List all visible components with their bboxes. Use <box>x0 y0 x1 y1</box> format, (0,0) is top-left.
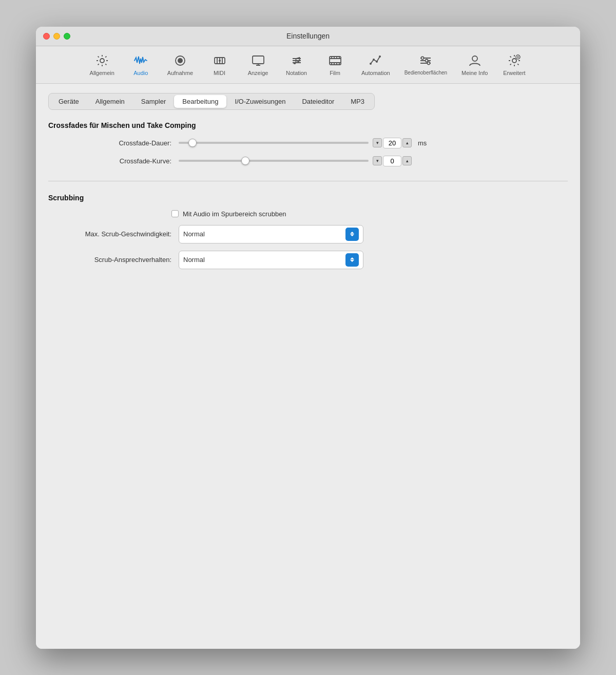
scrub-speed-select[interactable]: Normal <box>179 225 363 243</box>
toolbar-label-anzeige: Anzeige <box>248 70 268 76</box>
scrub-speed-row: Max. Scrub-Geschwindigkeit: Normal <box>48 225 568 243</box>
main-window: Einstellungen Allgemein Audio <box>36 27 580 649</box>
gear-icon <box>94 52 110 69</box>
toolbar-label-midi: MIDI <box>214 70 225 76</box>
crossfade-dauer-value: 20 <box>383 138 401 148</box>
fullscreen-button[interactable] <box>64 33 70 40</box>
titlebar: Einstellungen <box>36 27 580 46</box>
toolbar-label-erweitert: Erweitert <box>503 70 525 76</box>
toolbar-item-automation[interactable]: Automation <box>354 50 397 78</box>
toolbar-item-aufnahme[interactable]: Aufnahme <box>160 50 200 78</box>
crossfade-kurve-stepper: ▾ 0 ▴ <box>373 156 412 166</box>
toolbar-label-bedienoberflaechen: Bedienoberflächen <box>405 70 447 76</box>
scrub-response-label: Scrub-Ansprechverhalten: <box>59 256 171 264</box>
automation-icon <box>368 52 384 69</box>
scrubbing-title: Scrubbing <box>48 194 568 202</box>
toolbar-item-anzeige[interactable]: Anzeige <box>239 50 277 78</box>
crossfade-kurve-up[interactable]: ▴ <box>402 156 412 165</box>
svg-point-7 <box>219 60 221 62</box>
sliders-icon <box>417 52 434 69</box>
gear-advanced-icon <box>506 52 523 69</box>
scrub-speed-arrow <box>345 228 359 241</box>
toolbar-label-notation: Notation <box>286 70 307 76</box>
scrub-response-select[interactable]: Normal <box>179 251 363 269</box>
tab-sampler[interactable]: Sampler <box>133 95 174 108</box>
tab-bearbeitung[interactable]: Bearbeitung <box>174 95 226 108</box>
notation-icon <box>288 52 305 69</box>
toolbar-item-film[interactable]: Film <box>316 50 354 78</box>
waveform-icon <box>132 52 149 69</box>
window-title: Einstellungen <box>286 32 330 40</box>
toolbar-label-audio: Audio <box>133 70 148 76</box>
scrubbing-checkbox[interactable] <box>171 210 179 217</box>
crossfade-kurve-value: 0 <box>383 156 401 166</box>
crossfade-kurve-slider[interactable] <box>179 160 369 162</box>
svg-point-30 <box>370 63 372 65</box>
tab-dateieditor[interactable]: Dateieditor <box>294 95 342 108</box>
crossfade-dauer-label: Crossfade-Dauer: <box>59 139 171 147</box>
toolbar-item-meineinfo[interactable]: Meine Info <box>454 50 495 78</box>
toolbar: Allgemein Audio Aufnahme <box>36 46 580 84</box>
crossfade-kurve-thumb[interactable] <box>241 157 249 165</box>
traffic-lights <box>43 33 70 40</box>
svg-point-31 <box>373 59 375 61</box>
content-area: Geräte Allgemein Sampler Bearbeitung I/O… <box>36 84 580 649</box>
tab-mp3[interactable]: MP3 <box>342 95 373 108</box>
tab-bar: Geräte Allgemein Sampler Bearbeitung I/O… <box>48 93 375 110</box>
crossfades-section: Crossfades für Mischen und Take Comping … <box>48 121 568 166</box>
toolbar-item-erweitert[interactable]: Erweitert <box>495 50 533 78</box>
toolbar-label-film: Film <box>330 70 340 76</box>
svg-point-33 <box>379 55 381 58</box>
svg-point-32 <box>376 61 378 63</box>
chevron-down-icon <box>350 234 354 236</box>
minimize-button[interactable] <box>53 33 60 40</box>
toolbar-item-audio[interactable]: Audio <box>122 50 160 78</box>
scrub-speed-label: Max. Scrub-Geschwindigkeit: <box>59 230 171 238</box>
toolbar-label-automation: Automation <box>361 70 390 76</box>
crossfade-kurve-down[interactable]: ▾ <box>373 156 382 165</box>
toolbar-label-aufnahme: Aufnahme <box>167 70 193 76</box>
svg-point-39 <box>428 62 430 64</box>
toolbar-item-notation[interactable]: Notation <box>277 50 316 78</box>
crossfade-dauer-row: Crossfade-Dauer: ▾ 20 ▴ ms <box>48 138 568 148</box>
chevron-up-icon-2 <box>350 257 354 259</box>
midi-icon <box>211 52 228 69</box>
toolbar-label-allgemein: Allgemein <box>90 70 114 76</box>
section-divider <box>48 181 568 181</box>
svg-point-38 <box>426 59 428 62</box>
display-icon <box>250 52 266 69</box>
toolbar-item-bedienoberflaechen[interactable]: Bedienoberflächen <box>397 50 454 78</box>
person-icon <box>467 52 483 69</box>
tab-geraete[interactable]: Geräte <box>50 95 87 108</box>
crossfades-title: Crossfades für Mischen und Take Comping <box>48 121 568 129</box>
scrub-response-value: Normal <box>183 256 205 264</box>
scrubbing-section: Scrubbing Mit Audio im Spurbereich scrub… <box>48 194 568 269</box>
toolbar-item-allgemein[interactable]: Allgemein <box>83 50 122 78</box>
crossfade-kurve-row: Crossfade-Kurve: ▾ 0 ▴ <box>48 156 568 166</box>
close-button[interactable] <box>43 33 50 40</box>
svg-rect-8 <box>253 56 264 64</box>
scrubbing-checkbox-row[interactable]: Mit Audio im Spurbereich scrubben <box>48 210 568 218</box>
scrub-response-row: Scrub-Ansprechverhalten: Normal <box>48 251 568 269</box>
tab-io-zuweisungen[interactable]: I/O-Zuweisungen <box>226 95 294 108</box>
svg-point-2 <box>178 58 183 63</box>
record-icon <box>172 52 188 69</box>
scrub-response-arrow <box>345 253 359 267</box>
crossfade-kurve-label: Crossfade-Kurve: <box>59 157 171 165</box>
crossfade-kurve-slider-container: ▾ 0 ▴ <box>179 156 568 166</box>
chevron-up-icon <box>350 232 354 234</box>
toolbar-item-midi[interactable]: MIDI <box>200 50 239 78</box>
crossfade-dauer-up[interactable]: ▴ <box>402 138 412 147</box>
svg-point-40 <box>472 56 477 61</box>
tab-allgemein[interactable]: Allgemein <box>87 95 133 108</box>
toolbar-label-meineinfo: Meine Info <box>461 70 488 76</box>
crossfade-dauer-down[interactable]: ▾ <box>373 138 382 147</box>
svg-point-0 <box>100 59 104 63</box>
crossfade-dauer-slider[interactable] <box>179 142 369 144</box>
crossfade-dauer-unit: ms <box>418 139 427 147</box>
scrubbing-checkbox-label: Mit Audio im Spurbereich scrubben <box>183 210 286 218</box>
crossfade-dauer-thumb[interactable] <box>188 139 197 147</box>
svg-point-41 <box>512 59 516 63</box>
crossfade-dauer-stepper: ▾ 20 ▴ <box>373 138 412 148</box>
svg-point-37 <box>421 57 424 59</box>
